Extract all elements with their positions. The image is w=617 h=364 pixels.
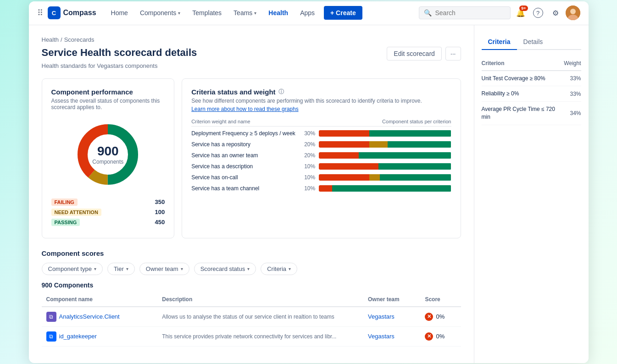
- filter-chevron-icon: ▾: [247, 266, 250, 271]
- failing-badge: FAILING: [51, 199, 78, 206]
- nav-health[interactable]: Health: [264, 6, 293, 19]
- breadcrumb-separator: /: [61, 36, 62, 43]
- main-content: Health / Scorecards Service Health score…: [29, 25, 589, 363]
- donut-center: 900 Components: [92, 144, 123, 165]
- criteria-bar-track: [319, 141, 451, 148]
- component-description: Allows us to analyse the status of our s…: [157, 307, 363, 327]
- criteria-panel-row: Unit Test Coverage ≥ 80% 33%: [482, 71, 581, 86]
- component-name-link[interactable]: ⧉ AnalyticsService.Client: [46, 312, 153, 322]
- criteria-panel-col-weight: Weight: [564, 58, 581, 71]
- tab-details[interactable]: Details: [517, 34, 550, 50]
- logo-icon: C: [48, 6, 61, 19]
- filter-row: Component type▾Tier▾Owner team▾Scorecard…: [42, 263, 461, 275]
- nav-home[interactable]: Home: [106, 6, 133, 19]
- grid-icon[interactable]: ⠿: [37, 8, 43, 18]
- svg-point-1: [570, 9, 576, 14]
- nav-templates[interactable]: Templates: [188, 6, 226, 19]
- component-name-link[interactable]: ⧉ id_gatekeeper: [46, 331, 153, 342]
- criteria-bar-track: [319, 174, 451, 181]
- notifications-button[interactable]: 🔔 9+: [513, 6, 528, 20]
- tab-criteria[interactable]: Criteria: [482, 34, 517, 50]
- component-description: This service provides private network co…: [157, 326, 363, 346]
- filter-scorecard-status[interactable]: Scorecard status▾: [194, 263, 256, 275]
- table-container: Component name Description Owner team Sc…: [42, 292, 461, 347]
- nav-apps[interactable]: Apps: [295, 6, 319, 19]
- help-button[interactable]: ?: [531, 6, 545, 20]
- donut-total: 900: [92, 144, 123, 159]
- filter-owner-team[interactable]: Owner team▾: [139, 263, 189, 275]
- breadcrumb-scorecards: Scorecards: [64, 36, 94, 43]
- criteria-status-card: Criteria status and weight ⓘ See how dif…: [182, 78, 461, 238]
- gear-icon: ⚙: [552, 9, 559, 17]
- filter-label: Tier: [114, 265, 124, 272]
- filter-chevron-icon: ▾: [126, 266, 128, 271]
- nav-components[interactable]: Components ▾: [135, 6, 185, 19]
- component-icon: ⧉: [46, 331, 56, 342]
- criteria-bar-track: [319, 185, 451, 192]
- filter-label: Criteria: [267, 265, 286, 272]
- criteria-card-link[interactable]: Learn more about how to read these graph…: [191, 106, 451, 112]
- user-avatar[interactable]: [566, 6, 580, 20]
- table-row: ⧉ AnalyticsService.Client Allows us to a…: [42, 307, 461, 327]
- app-window: ⠿ C Compass Home Components ▾ Templates …: [29, 1, 589, 363]
- bar-green: [359, 152, 451, 159]
- info-icon[interactable]: ⓘ: [278, 88, 284, 96]
- criterion-weight: 34%: [564, 102, 581, 125]
- brand-name: Compass: [63, 9, 96, 17]
- score-value: 0%: [436, 333, 445, 340]
- filter-label: Component type: [48, 265, 92, 272]
- nav-teams[interactable]: Teams ▾: [229, 6, 261, 19]
- legend-passing: PASSING 450: [51, 219, 165, 226]
- filter-component-type[interactable]: Component type▾: [42, 263, 103, 275]
- criteria-bar-pct: 10%: [301, 163, 319, 170]
- create-button[interactable]: + Create: [324, 6, 362, 20]
- search-icon: 🔍: [424, 9, 432, 17]
- criteria-bar-track: [319, 163, 451, 170]
- breadcrumb-health[interactable]: Health: [42, 36, 59, 43]
- bar-red: [319, 174, 369, 181]
- passing-count: 450: [155, 219, 165, 226]
- breadcrumb: Health / Scorecards: [42, 36, 461, 43]
- component-scores-section: Component scores Component type▾Tier▾Own…: [42, 249, 461, 347]
- criteria-bar-label: Service has a team channel: [191, 185, 301, 192]
- component-scores-title: Component scores: [42, 249, 461, 257]
- donut-label: Components: [92, 159, 123, 165]
- criteria-bar-row: Service has a repository 20%: [191, 141, 451, 148]
- bar-yellow: [369, 141, 388, 148]
- criterion-weight: 33%: [564, 71, 581, 86]
- table-row: ⧉ id_gatekeeper This service provides pr…: [42, 326, 461, 346]
- right-panel: Criteria Details Criterion Weight Unit T…: [474, 25, 589, 363]
- criteria-bar-label: Service has an owner team: [191, 152, 301, 159]
- team-link[interactable]: Vegastars: [368, 313, 395, 320]
- passing-badge: PASSING: [51, 219, 80, 226]
- legend-attention: NEED ATTENTION 100: [51, 209, 165, 216]
- attention-count: 100: [155, 209, 165, 215]
- search-input[interactable]: [435, 9, 500, 17]
- criteria-panel-table: Criterion Weight Unit Test Coverage ≥ 80…: [482, 58, 581, 125]
- criteria-col-right: Component status per criterion: [382, 119, 451, 124]
- settings-button[interactable]: ⚙: [548, 6, 563, 20]
- bar-red: [319, 163, 378, 170]
- logo[interactable]: C Compass: [48, 6, 96, 19]
- score-cell: ✕ 0%: [425, 332, 456, 341]
- failing-count: 350: [155, 199, 165, 205]
- bar-green: [380, 174, 451, 181]
- team-link[interactable]: Vegastars: [368, 333, 395, 340]
- edit-scorecard-button[interactable]: Edit scorecard: [387, 47, 441, 61]
- criterion-name: Reliability ≥ 0%: [482, 86, 564, 102]
- more-options-button[interactable]: ···: [445, 47, 461, 61]
- search-bar[interactable]: 🔍: [419, 6, 511, 19]
- criteria-bar-label: Service has a repository: [191, 141, 301, 148]
- criteria-bar-track: [319, 152, 451, 159]
- help-icon: ?: [533, 8, 543, 18]
- criteria-panel-row: Reliability ≥ 0% 33%: [482, 86, 581, 102]
- notification-badge: 9+: [519, 6, 528, 11]
- criterion-name: Average PR Cycle Time ≤ 720 min: [482, 102, 564, 125]
- criteria-card-subtitle: See how different components are perform…: [191, 98, 451, 104]
- filter-criteria[interactable]: Criteria▾: [261, 263, 297, 275]
- card-perf-title: Component performance: [51, 88, 165, 96]
- criterion-name: Unit Test Coverage ≥ 80%: [482, 71, 564, 86]
- criteria-bar-row: Deployment Frequency ≥ 5 deploys / week …: [191, 130, 451, 137]
- components-table: Component name Description Owner team Sc…: [42, 292, 461, 347]
- filter-tier[interactable]: Tier▾: [107, 263, 135, 275]
